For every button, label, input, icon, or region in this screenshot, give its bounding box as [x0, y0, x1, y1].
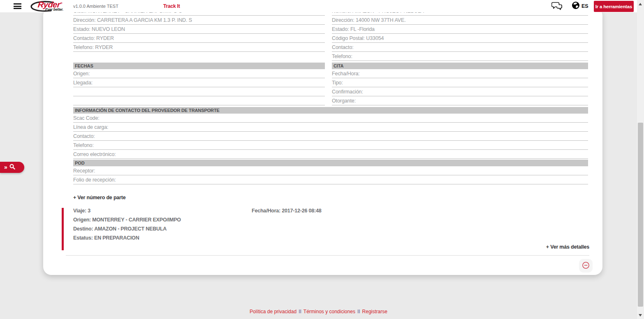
shipment-detail-card: Ciud.: MONTERREY - CARRIER EXPO/IMPO S D…	[43, 7, 602, 275]
double-chevron-right-icon: »	[4, 162, 7, 173]
detail-row: Receptor:	[73, 166, 588, 175]
detail-row: Estado: FL -Florida	[332, 25, 588, 34]
section-header-cita: CITA	[332, 63, 588, 69]
ryder-logo: Ryder® Ever better.	[29, 0, 72, 12]
cita-rows: Fecha/Hora: Tipo: Confirmación: Otorgant…	[332, 69, 588, 105]
detail-row	[73, 87, 325, 96]
go-to-tools-button[interactable]: Ir a herramientas	[594, 1, 634, 12]
brand-tagline: Ever better.	[45, 7, 63, 12]
language-selector[interactable]: ES	[572, 0, 588, 12]
destination-column: Nombre: AMAZON - PROJECT NEBULA Direcció…	[332, 7, 588, 61]
globe-icon	[572, 1, 580, 11]
detail-row	[73, 96, 325, 105]
origin-column: Ciud.: MONTERREY - CARRIER EXPO/IMPO S D…	[73, 7, 325, 52]
version-label: v1.0.0 Ambiente TEST	[73, 0, 118, 12]
detail-row: Tipo:	[332, 78, 588, 87]
detail-row: Confirmación:	[332, 87, 588, 96]
top-header: Ryder® Ever better. v1.0.0 Ambiente TEST…	[0, 0, 637, 12]
detail-row: Telefono:	[332, 52, 588, 61]
menu-icon[interactable]	[14, 3, 21, 9]
section-header-proveedor: INFORMACIÓN DE CONTACTO DEL PROVEEDOR DE…	[73, 107, 588, 114]
section-header-fechas: FECHAS	[73, 63, 325, 69]
terms-conditions-link[interactable]: Términos y condiciones	[303, 309, 355, 314]
minus-circle-icon	[582, 261, 590, 270]
scroll-up-arrow-icon[interactable]	[639, 3, 642, 5]
section-header-pod: POD	[73, 160, 588, 166]
detail-row: Correo electrónico:	[73, 150, 588, 159]
register-link[interactable]: Registrarse	[362, 309, 387, 314]
expand-search-button[interactable]: »	[0, 162, 24, 173]
detail-row: Scac Code:	[73, 114, 588, 123]
trip-estatus: Estatus: EN PREPARACION	[73, 233, 181, 242]
detail-row: Contacto:	[332, 43, 588, 52]
pod-rows: Receptor: Folio de recepción:	[73, 166, 588, 184]
trip-fecha-hora: Fecha/Hora: 2017-12-26 08:48	[252, 206, 322, 215]
proveedor-rows: Scac Code: Línea de carga: Contacto: Tel…	[73, 114, 588, 159]
chat-icon[interactable]	[551, 1, 563, 11]
footer-separator: II	[297, 309, 303, 314]
language-label: ES	[581, 3, 588, 9]
trip-accent-bar	[62, 208, 64, 250]
detail-row: Dirección: CARRETERA A GARCIA KM 1.3 P. …	[73, 16, 325, 25]
detail-row: Folio de recepción:	[73, 175, 588, 184]
trip-summary: Viaje: 3 Origen: MONTERREY - CARRIER EXP…	[73, 206, 181, 242]
privacy-policy-link[interactable]: Política de privacidad	[250, 309, 297, 314]
scroll-down-arrow-icon[interactable]	[639, 314, 642, 317]
ver-numero-de-parte-link[interactable]: + Ver número de parte	[73, 193, 125, 202]
trip-viaje: Viaje: 3	[73, 206, 181, 215]
vertical-scrollbar[interactable]	[637, 0, 644, 319]
search-icon	[9, 164, 15, 171]
trip-destino: Destino: AMAZON - PROJECT NEBULA	[73, 224, 181, 233]
detail-row: Telefono:	[73, 141, 588, 150]
detail-row: Dirección: 14000 NW 37TH AVE.	[332, 16, 588, 25]
detail-row: Otorgante:	[332, 96, 588, 105]
collapse-button[interactable]	[579, 259, 593, 272]
detail-row: Telefono: RYDER	[73, 43, 325, 52]
detail-row: Contacto:	[73, 132, 588, 141]
detail-row: Llegada:	[73, 78, 325, 87]
detail-row: Fecha/Hora:	[332, 69, 588, 78]
scrollbar-thumb[interactable]	[638, 123, 643, 307]
detail-row: Línea de carga:	[73, 123, 588, 132]
detail-row: Origen:	[73, 69, 325, 78]
trip-origen: Origen: MONTERREY - CARRIER EXPO/IMPO	[73, 215, 181, 224]
detail-row: Estado: NUEVO LEON	[73, 25, 325, 34]
ver-mas-detalles-link[interactable]: + Ver más detalles	[73, 243, 589, 251]
footer-separator: II	[355, 309, 362, 314]
fechas-rows: Origen: Llegada:	[73, 69, 325, 105]
detail-row: Contacto: RYDER	[73, 34, 325, 43]
detail-row: Código Postal: U33054	[332, 34, 588, 43]
app-title: Track It	[163, 0, 180, 12]
card-divider	[66, 255, 589, 256]
footer: Política de privacidadIITérminos y condi…	[0, 309, 637, 314]
